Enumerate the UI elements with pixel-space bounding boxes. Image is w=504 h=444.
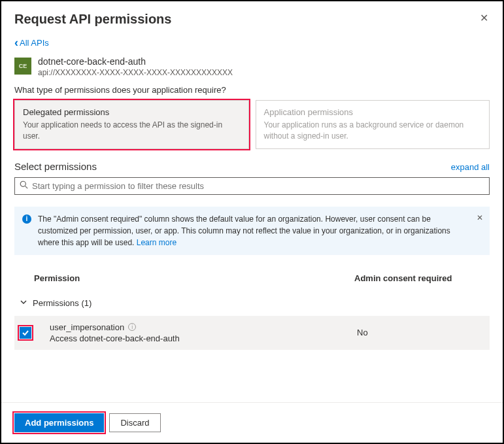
permission-search-input[interactable]	[14, 177, 490, 195]
application-title: Application permissions	[264, 107, 482, 117]
application-desc: Your application runs as a background se…	[264, 120, 482, 142]
api-name: dotnet-core-back-end-auth	[38, 56, 233, 67]
discard-button[interactable]: Discard	[109, 413, 160, 432]
chevron-down-icon	[20, 298, 27, 308]
column-admin-consent: Admin consent required	[354, 273, 490, 283]
permission-name: user_impersonation	[50, 322, 124, 332]
api-icon: CE	[14, 58, 31, 75]
api-uri: api://XXXXXXXX-XXXX-XXXX-XXXX-XXXXXXXXXX…	[38, 68, 233, 77]
permission-help-icon[interactable]: i	[128, 323, 136, 331]
delegated-permissions-card[interactable]: Delegated permissions Your application n…	[14, 100, 249, 149]
permission-admin-value: No	[357, 328, 368, 337]
permission-row: user_impersonation i Access dotnet-core-…	[14, 316, 490, 350]
delegated-desc: Your application needs to access the API…	[23, 120, 241, 142]
expand-all-link[interactable]: expand all	[451, 162, 490, 172]
close-icon[interactable]: ✕	[479, 12, 490, 25]
info-icon: i	[22, 214, 31, 224]
select-permissions-heading: Select permissions	[14, 161, 97, 172]
back-link-label: All APIs	[20, 38, 49, 48]
group-label: Permissions (1)	[33, 298, 92, 308]
dismiss-info-icon[interactable]: ✕	[477, 212, 483, 224]
permissions-group-toggle[interactable]: Permissions (1)	[14, 290, 490, 316]
permission-description: Access dotnet-core-back-end-auth	[50, 333, 357, 343]
admin-consent-info: i ✕ The "Admin consent required" column …	[14, 207, 490, 255]
info-text: The "Admin consent required" column show…	[38, 214, 450, 247]
delegated-title: Delegated permissions	[23, 107, 241, 117]
learn-more-link[interactable]: Learn more	[137, 238, 176, 247]
page-title: Request API permissions	[14, 12, 171, 27]
column-permission: Permission	[34, 273, 354, 283]
add-permissions-button[interactable]: Add permissions	[14, 413, 104, 432]
permission-type-question: What type of permissions does your appli…	[14, 85, 490, 95]
back-all-apis-link[interactable]: All APIs	[14, 36, 49, 50]
application-permissions-card[interactable]: Application permissions Your application…	[256, 100, 490, 149]
api-identity: CE dotnet-core-back-end-auth api://XXXXX…	[14, 56, 490, 77]
permissions-table-header: Permission Admin consent required	[14, 269, 490, 290]
permission-checkbox[interactable]	[20, 327, 31, 339]
